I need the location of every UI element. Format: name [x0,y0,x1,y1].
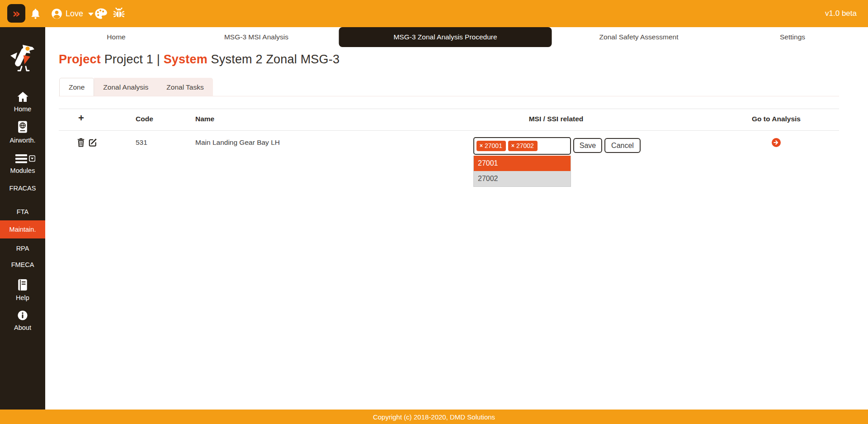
airworthiness-passport-icon [17,120,28,133]
tag-label: 27002 [516,142,534,149]
topbar: » Love [0,0,868,27]
chevron-down-icon [88,13,94,16]
msi-ssi-dropdown: 27001 27002 [473,156,571,187]
sidebar-item-modules[interactable]: Modules [0,154,45,174]
edit-zone-button[interactable] [88,138,98,149]
help-book-icon [17,279,28,291]
sidebar-item-home[interactable]: Home [0,91,45,113]
project-value: Project 1 [104,52,153,66]
sidebar-item-fracas[interactable]: FRACAS [0,185,45,192]
add-zone-button[interactable]: + [78,112,84,124]
sidebar-item-maintain[interactable]: Maintain. [0,220,45,238]
user-avatar-icon [51,8,63,20]
sidebar-item-rpa[interactable]: RPA [0,245,45,252]
notifications-bell-icon[interactable] [29,0,42,27]
nav-tab-zonal-safety-assessment[interactable]: Zonal Safety Assessment [599,27,679,47]
nav-tab-zonal-analysis-procedure[interactable]: MSG-3 Zonal Analysis Procedure [339,27,552,47]
tag-label: 27001 [485,142,502,149]
msi-ssi-multiselect-input[interactable]: × 27001 × 27002 [473,137,571,155]
page-title: Project Project 1 | System System 2 Zona… [59,52,340,67]
cancel-button[interactable]: Cancel [604,138,641,153]
subtabs-underline [59,96,839,96]
edit-pencil-square-icon [88,138,98,147]
sidebar-toggle-button[interactable]: » [7,4,25,23]
user-menu[interactable]: Love [51,0,94,27]
column-header-goto-analysis: Go to Analysis [752,115,801,123]
modules-caret-box-icon [29,156,35,162]
table-header-border [59,130,839,131]
debug-bug-icon[interactable] [113,0,125,27]
nav-tab-msi-analysis[interactable]: MSG-3 MSI Analysis [224,27,288,47]
main-content: Home MSG-3 MSI Analysis MSG-3 Zonal Anal… [45,27,868,410]
remove-tag-icon[interactable]: × [511,143,514,149]
delete-zone-button[interactable] [77,138,85,149]
nav-tab-settings[interactable]: Settings [780,27,805,47]
table-top-border [59,109,839,109]
hamburger-menu-icon [10,154,35,164]
system-value: System 2 Zonal MSG-3 [211,52,340,66]
sidebar: Home Airworth. Modules FRACAS FTA [0,27,45,410]
dropdown-option-27002[interactable]: 27002 [474,171,571,186]
trash-icon [77,138,85,147]
copyright-text: Copyright (c) 2018-2020, DMD Solutions [373,413,495,421]
bird-logo-icon [8,43,38,72]
goto-analysis-button[interactable] [772,138,781,147]
sidebar-item-fmeca[interactable]: FMECA [0,261,45,268]
sidebar-item-fta[interactable]: FTA [0,208,45,215]
subtab-zone[interactable]: Zone [59,78,94,96]
title-divider: | [157,52,160,66]
save-button[interactable]: Save [573,138,602,153]
msi-tag[interactable]: × 27001 [476,141,506,151]
theme-palette-icon[interactable] [94,0,108,27]
subtab-zonal-analysis[interactable]: Zonal Analysis [94,78,157,96]
info-circle-icon [17,310,28,321]
home-icon [17,91,29,102]
subtabs: Zone Zonal Analysis Zonal Tasks [59,78,213,96]
sidebar-item-airworthiness[interactable]: Airworth. [0,120,45,144]
sidebar-item-about[interactable]: About [0,310,45,331]
app-logo[interactable] [8,43,38,72]
dropdown-option-27001[interactable]: 27001 [474,156,571,171]
column-header-msi-ssi: MSI / SSI related [529,115,584,123]
cell-code: 531 [136,138,147,147]
system-label: System [164,52,208,66]
msi-tag[interactable]: × 27002 [508,141,538,151]
footer: Copyright (c) 2018-2020, DMD Solutions [0,410,868,424]
remove-tag-icon[interactable]: × [480,143,483,149]
sidebar-item-help[interactable]: Help [0,279,45,301]
user-name: Love [66,9,83,19]
column-header-code: Code [136,115,153,123]
double-chevron-icon: » [12,6,20,20]
version-label: v1.0 beta [825,0,857,27]
arrow-right-circle-icon [772,138,781,147]
subtab-zonal-tasks[interactable]: Zonal Tasks [157,78,212,96]
nav-tab-home[interactable]: Home [107,27,125,47]
cell-name: Main Landing Gear Bay LH [195,138,280,147]
column-header-name: Name [195,115,214,123]
project-label: Project [59,52,101,66]
